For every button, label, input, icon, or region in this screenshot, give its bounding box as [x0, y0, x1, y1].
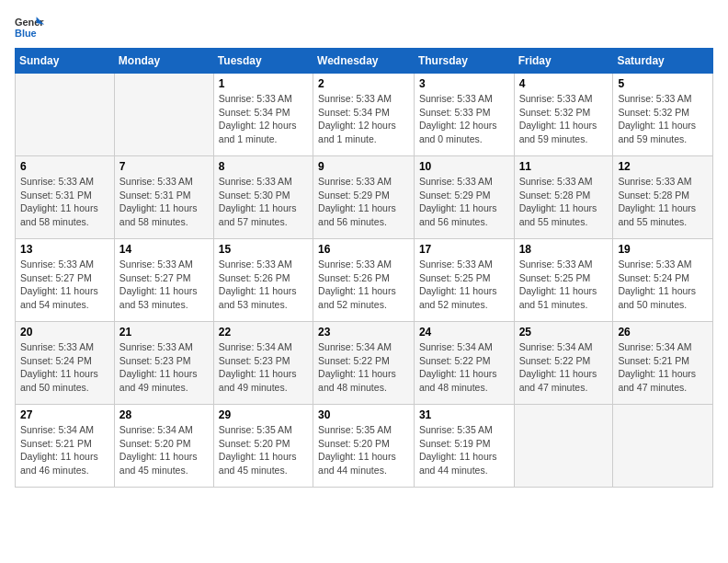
page-header: General Blue — [15, 15, 713, 40]
calendar-cell: 20Sunrise: 5:33 AMSunset: 5:24 PMDayligh… — [16, 322, 115, 405]
calendar-cell: 13Sunrise: 5:33 AMSunset: 5:27 PMDayligh… — [16, 239, 115, 322]
day-number: 23 — [318, 326, 409, 339]
cell-sun-info: Sunrise: 5:33 AMSunset: 5:28 PMDaylight:… — [519, 175, 609, 229]
calendar-week-row: 13Sunrise: 5:33 AMSunset: 5:27 PMDayligh… — [16, 239, 713, 322]
calendar-cell: 19Sunrise: 5:33 AMSunset: 5:24 PMDayligh… — [613, 239, 713, 322]
calendar-cell: 18Sunrise: 5:33 AMSunset: 5:25 PMDayligh… — [514, 239, 613, 322]
day-number: 10 — [419, 160, 509, 173]
cell-sun-info: Sunrise: 5:33 AMSunset: 5:26 PMDaylight:… — [318, 258, 409, 312]
cell-sun-info: Sunrise: 5:33 AMSunset: 5:26 PMDaylight:… — [219, 258, 308, 312]
logo-icon: General Blue — [15, 15, 44, 40]
calendar-week-row: 1Sunrise: 5:33 AMSunset: 5:34 PMDaylight… — [16, 74, 713, 156]
calendar-cell: 4Sunrise: 5:33 AMSunset: 5:32 PMDaylight… — [514, 74, 613, 156]
day-number: 8 — [219, 160, 308, 173]
calendar-cell: 27Sunrise: 5:34 AMSunset: 5:21 PMDayligh… — [16, 405, 115, 488]
calendar-cell — [114, 74, 213, 156]
calendar-header-day: Tuesday — [213, 49, 313, 74]
day-number: 30 — [318, 408, 409, 421]
calendar-cell: 29Sunrise: 5:35 AMSunset: 5:20 PMDayligh… — [213, 405, 313, 488]
calendar-cell: 14Sunrise: 5:33 AMSunset: 5:27 PMDayligh… — [114, 239, 213, 322]
calendar-cell: 12Sunrise: 5:33 AMSunset: 5:28 PMDayligh… — [613, 156, 713, 239]
calendar-header-day: Thursday — [414, 49, 514, 74]
day-number: 22 — [219, 326, 308, 339]
calendar-cell: 6Sunrise: 5:33 AMSunset: 5:31 PMDaylight… — [16, 156, 115, 239]
cell-sun-info: Sunrise: 5:33 AMSunset: 5:34 PMDaylight:… — [318, 92, 409, 146]
calendar-cell: 16Sunrise: 5:33 AMSunset: 5:26 PMDayligh… — [313, 239, 415, 322]
calendar-header-day: Wednesday — [313, 49, 415, 74]
cell-sun-info: Sunrise: 5:34 AMSunset: 5:21 PMDaylight:… — [618, 340, 708, 395]
day-number: 31 — [419, 408, 509, 421]
calendar-week-row: 27Sunrise: 5:34 AMSunset: 5:21 PMDayligh… — [16, 405, 713, 488]
calendar-cell: 23Sunrise: 5:34 AMSunset: 5:22 PMDayligh… — [313, 322, 415, 405]
cell-sun-info: Sunrise: 5:33 AMSunset: 5:31 PMDaylight:… — [119, 175, 209, 229]
cell-sun-info: Sunrise: 5:33 AMSunset: 5:25 PMDaylight:… — [519, 258, 609, 312]
day-number: 18 — [519, 243, 609, 256]
cell-sun-info: Sunrise: 5:33 AMSunset: 5:23 PMDaylight:… — [119, 340, 209, 395]
day-number: 16 — [318, 243, 409, 256]
calendar-cell: 7Sunrise: 5:33 AMSunset: 5:31 PMDaylight… — [114, 156, 213, 239]
calendar-cell: 9Sunrise: 5:33 AMSunset: 5:29 PMDaylight… — [313, 156, 415, 239]
calendar-cell: 3Sunrise: 5:33 AMSunset: 5:33 PMDaylight… — [414, 74, 514, 156]
day-number: 5 — [618, 77, 708, 90]
calendar-table: SundayMondayTuesdayWednesdayThursdayFrid… — [15, 48, 713, 488]
calendar-cell: 10Sunrise: 5:33 AMSunset: 5:29 PMDayligh… — [414, 156, 514, 239]
calendar-cell: 25Sunrise: 5:34 AMSunset: 5:22 PMDayligh… — [514, 322, 613, 405]
calendar-header-day: Monday — [114, 49, 213, 74]
day-number: 17 — [419, 243, 509, 256]
calendar-cell — [16, 74, 115, 156]
day-number: 3 — [419, 77, 509, 90]
cell-sun-info: Sunrise: 5:34 AMSunset: 5:22 PMDaylight:… — [419, 340, 509, 395]
cell-sun-info: Sunrise: 5:33 AMSunset: 5:24 PMDaylight:… — [618, 258, 708, 312]
calendar-cell: 24Sunrise: 5:34 AMSunset: 5:22 PMDayligh… — [414, 322, 514, 405]
calendar-week-row: 20Sunrise: 5:33 AMSunset: 5:24 PMDayligh… — [16, 322, 713, 405]
cell-sun-info: Sunrise: 5:33 AMSunset: 5:24 PMDaylight:… — [20, 340, 109, 395]
day-number: 26 — [618, 326, 708, 339]
day-number: 27 — [20, 408, 109, 421]
calendar-cell — [514, 405, 613, 488]
day-number: 2 — [318, 77, 409, 90]
day-number: 28 — [119, 408, 209, 421]
calendar-cell — [613, 405, 713, 488]
calendar-cell: 11Sunrise: 5:33 AMSunset: 5:28 PMDayligh… — [514, 156, 613, 239]
calendar-cell: 8Sunrise: 5:33 AMSunset: 5:30 PMDaylight… — [213, 156, 313, 239]
cell-sun-info: Sunrise: 5:35 AMSunset: 5:20 PMDaylight:… — [219, 423, 308, 477]
cell-sun-info: Sunrise: 5:33 AMSunset: 5:25 PMDaylight:… — [419, 258, 509, 312]
svg-text:Blue: Blue — [15, 28, 37, 39]
day-number: 24 — [419, 326, 509, 339]
day-number: 6 — [20, 160, 109, 173]
cell-sun-info: Sunrise: 5:33 AMSunset: 5:32 PMDaylight:… — [618, 92, 708, 146]
calendar-header-day: Friday — [514, 49, 613, 74]
cell-sun-info: Sunrise: 5:33 AMSunset: 5:32 PMDaylight:… — [519, 92, 609, 146]
cell-sun-info: Sunrise: 5:33 AMSunset: 5:29 PMDaylight:… — [318, 175, 409, 229]
cell-sun-info: Sunrise: 5:34 AMSunset: 5:23 PMDaylight:… — [219, 340, 308, 395]
cell-sun-info: Sunrise: 5:33 AMSunset: 5:27 PMDaylight:… — [119, 258, 209, 312]
day-number: 15 — [219, 243, 308, 256]
day-number: 29 — [219, 408, 308, 421]
calendar-header-row: SundayMondayTuesdayWednesdayThursdayFrid… — [16, 49, 713, 74]
day-number: 4 — [519, 77, 609, 90]
day-number: 19 — [618, 243, 708, 256]
cell-sun-info: Sunrise: 5:33 AMSunset: 5:34 PMDaylight:… — [219, 92, 308, 146]
logo: General Blue — [15, 15, 44, 40]
calendar-cell: 2Sunrise: 5:33 AMSunset: 5:34 PMDaylight… — [313, 74, 415, 156]
day-number: 11 — [519, 160, 609, 173]
day-number: 9 — [318, 160, 409, 173]
cell-sun-info: Sunrise: 5:34 AMSunset: 5:22 PMDaylight:… — [318, 340, 409, 395]
cell-sun-info: Sunrise: 5:33 AMSunset: 5:33 PMDaylight:… — [419, 92, 509, 146]
calendar-cell: 31Sunrise: 5:35 AMSunset: 5:19 PMDayligh… — [414, 405, 514, 488]
cell-sun-info: Sunrise: 5:35 AMSunset: 5:20 PMDaylight:… — [318, 423, 409, 477]
day-number: 12 — [618, 160, 708, 173]
calendar-cell: 5Sunrise: 5:33 AMSunset: 5:32 PMDaylight… — [613, 74, 713, 156]
calendar-cell: 1Sunrise: 5:33 AMSunset: 5:34 PMDaylight… — [213, 74, 313, 156]
calendar-body: 1Sunrise: 5:33 AMSunset: 5:34 PMDaylight… — [16, 74, 713, 488]
calendar-cell: 21Sunrise: 5:33 AMSunset: 5:23 PMDayligh… — [114, 322, 213, 405]
day-number: 20 — [20, 326, 109, 339]
calendar-cell: 30Sunrise: 5:35 AMSunset: 5:20 PMDayligh… — [313, 405, 415, 488]
calendar-cell: 28Sunrise: 5:34 AMSunset: 5:20 PMDayligh… — [114, 405, 213, 488]
cell-sun-info: Sunrise: 5:34 AMSunset: 5:20 PMDaylight:… — [119, 423, 209, 477]
calendar-cell: 26Sunrise: 5:34 AMSunset: 5:21 PMDayligh… — [613, 322, 713, 405]
cell-sun-info: Sunrise: 5:33 AMSunset: 5:28 PMDaylight:… — [618, 175, 708, 229]
day-number: 13 — [20, 243, 109, 256]
day-number: 25 — [519, 326, 609, 339]
cell-sun-info: Sunrise: 5:33 AMSunset: 5:29 PMDaylight:… — [419, 175, 509, 229]
